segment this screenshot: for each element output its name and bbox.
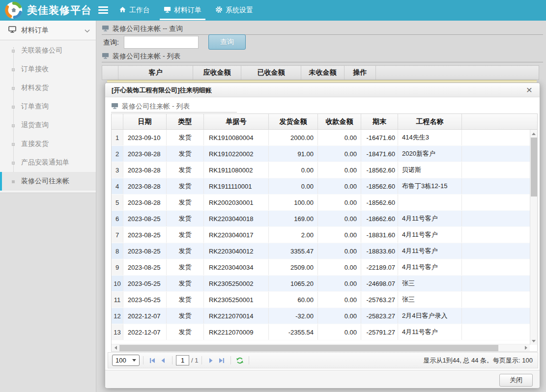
- column-header[interactable]: 收款金额: [318, 114, 361, 129]
- nav-tab-material-orders[interactable]: 材料订单: [157, 0, 208, 21]
- table-cell: 发货: [167, 227, 204, 243]
- sidebar-item[interactable]: 装修公司往来帐: [0, 172, 96, 191]
- list-section-header: 装修公司往来帐 - 列表: [102, 51, 543, 62]
- bullet-icon: [12, 50, 15, 53]
- sidebar-item[interactable]: 材料发货: [0, 79, 96, 97]
- table-row[interactable]: 32023-08-28发货RK19110800020.000.00-18562.…: [112, 162, 530, 178]
- column-header[interactable]: 客户: [118, 66, 193, 80]
- horizontal-scrollbar-thumb[interactable]: [119, 345, 498, 351]
- table-cell: [462, 308, 530, 324]
- column-header[interactable]: [112, 114, 123, 129]
- refresh-icon[interactable]: [235, 356, 244, 365]
- dialog-titlebar[interactable]: [开心装饰工程有限公司]往来明细账 ×: [105, 83, 540, 97]
- table-cell: 414先生3: [398, 130, 462, 145]
- table-cell: -25791.27: [361, 324, 398, 340]
- scroll-down-icon[interactable]: [530, 337, 537, 344]
- column-header[interactable]: 未收金额: [301, 66, 345, 80]
- column-header[interactable]: 单据号: [204, 114, 269, 129]
- monitor-icon: [102, 25, 109, 33]
- vertical-scrollbar-thumb[interactable]: [531, 138, 537, 196]
- sidebar-item[interactable]: 产品安装通知单: [0, 153, 96, 172]
- table-cell: 2.00: [269, 227, 318, 243]
- column-header[interactable]: 期末: [361, 114, 398, 129]
- last-page-button[interactable]: [217, 356, 226, 365]
- table-row[interactable]: 62023-08-25发货RK2203040018169.000.00-1866…: [112, 211, 530, 227]
- monitor-icon: [8, 26, 16, 35]
- table-cell: 8: [112, 243, 123, 259]
- page-number-input[interactable]: [176, 355, 189, 365]
- table-row[interactable]: 92023-08-25发货RK22030400342509.000.00-221…: [112, 259, 530, 276]
- table-row[interactable]: 122022-12-07发货RK2212070014-32.000.00-258…: [112, 308, 530, 324]
- table-cell: 2023-08-25: [123, 211, 167, 226]
- table-cell: 13: [112, 324, 123, 340]
- table-row[interactable]: 12023-09-10发货RK19100800042000.000.00-164…: [112, 130, 530, 146]
- dialog-title: [开心装饰工程有限公司]往来明细账: [112, 83, 212, 97]
- query-input[interactable]: [124, 36, 199, 49]
- dialog-footer: 关闭: [105, 370, 540, 388]
- prev-page-button[interactable]: [159, 356, 168, 365]
- section-title: 装修公司往来帐 - 列表: [113, 52, 180, 61]
- column-header[interactable]: [462, 114, 537, 129]
- scroll-up-icon[interactable]: [530, 130, 537, 137]
- app-window: 美佳装修平台 工作台 材料订单 系统设置: [0, 0, 546, 392]
- table-cell: 发货: [167, 324, 204, 340]
- column-header[interactable]: 类型: [167, 114, 204, 129]
- table-row[interactable]: 112023-05-25发货RK230525000160.000.00-2576…: [112, 292, 530, 308]
- table-row[interactable]: 22023-08-28发货RK191022000291.000.00-18471…: [112, 146, 530, 162]
- table-cell: 4月11号客户: [398, 259, 462, 275]
- table-cell: 发货: [167, 292, 204, 308]
- table-cell: 9: [112, 259, 123, 275]
- table-cell: 发货: [167, 178, 204, 194]
- table-row[interactable]: 52023-08-28发货RK2002030001100.000.00-1856…: [112, 195, 530, 211]
- column-header[interactable]: 操作: [345, 66, 376, 80]
- column-header[interactable]: 工程名称: [398, 114, 462, 129]
- app-logo-icon: [5, 1, 23, 19]
- sidebar-item[interactable]: 退货查询: [0, 116, 96, 135]
- sidebar-item[interactable]: 关联装修公司: [0, 41, 96, 60]
- column-header[interactable]: [376, 66, 539, 80]
- sidebar-item[interactable]: 订单接收: [0, 60, 96, 79]
- table-cell: 2023-09-10: [123, 130, 167, 145]
- close-icon[interactable]: ×: [524, 84, 535, 96]
- table-cell: 4月11号客户: [398, 211, 462, 226]
- column-header[interactable]: [102, 66, 118, 80]
- bullet-icon: [12, 68, 15, 71]
- table-row[interactable]: 132022-12-07发货RK2212070009-2355.540.00-2…: [112, 324, 530, 340]
- page-size-select[interactable]: 100: [112, 355, 140, 366]
- vertical-scrollbar[interactable]: [530, 130, 537, 345]
- table-row[interactable]: 82023-08-25发货RK22030400123355.470.00-188…: [112, 243, 530, 259]
- column-header[interactable]: 日期: [123, 114, 167, 129]
- table-cell: 3355.47: [269, 243, 318, 259]
- horizontal-scrollbar[interactable]: [112, 344, 530, 351]
- table-cell: 0.00: [318, 146, 361, 162]
- section-title: 装修公司往来帐 - 列表: [122, 102, 190, 111]
- table-cell: 发货: [167, 276, 204, 291]
- table-row[interactable]: 102023-05-25发货RK23052500021065.200.00-24…: [112, 276, 530, 292]
- nav-tab-system-settings[interactable]: 系统设置: [208, 0, 260, 21]
- pagination-bar: 100 / 1: [108, 352, 538, 368]
- table-cell: -18562.60: [361, 195, 398, 210]
- sidebar-item[interactable]: 订单查询: [0, 97, 96, 116]
- scroll-right-icon[interactable]: [522, 344, 529, 351]
- first-page-button[interactable]: [148, 356, 157, 365]
- sidebar-item[interactable]: 直接发货: [0, 135, 96, 153]
- nav-tab-workbench[interactable]: 工作台: [112, 0, 157, 21]
- column-header[interactable]: 应收金额: [193, 66, 241, 80]
- nav-tabs: 工作台 材料订单 系统设置: [112, 0, 260, 21]
- sidebar-group-material-orders[interactable]: 材料订单: [0, 21, 96, 40]
- close-button[interactable]: 关闭: [499, 374, 533, 387]
- table-cell: 2000.00: [269, 130, 318, 145]
- table-cell: 0.00: [318, 195, 361, 210]
- table-cell: 贝诺斯: [398, 162, 462, 178]
- table-row[interactable]: 42023-08-28发货RK19111100010.000.00-18562.…: [112, 178, 530, 195]
- table-cell: [462, 292, 530, 308]
- table-cell: RK2305250001: [204, 292, 269, 308]
- scroll-left-icon[interactable]: [112, 344, 119, 351]
- column-header[interactable]: 发货金额: [269, 114, 318, 129]
- column-header[interactable]: 已收金额: [241, 66, 301, 80]
- table-row[interactable]: 72023-08-25发货RK22030400172.000.00-18831.…: [112, 227, 530, 243]
- next-page-button[interactable]: [206, 356, 215, 365]
- query-button[interactable]: 查询: [208, 34, 246, 50]
- menu-toggle-icon[interactable]: [98, 6, 108, 15]
- table-cell: [462, 178, 530, 194]
